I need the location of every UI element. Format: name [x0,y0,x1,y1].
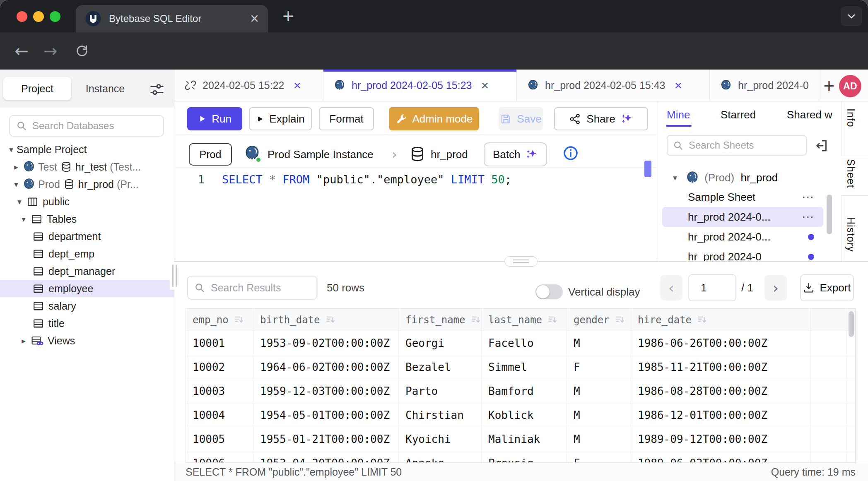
caret-down-icon[interactable]: ▾ [6,145,17,154]
caret-right-icon[interactable]: ▸ [18,336,29,345]
sheet-item[interactable]: hr_prod 2024-0... [662,227,823,247]
table-icon [31,213,43,225]
sidebar-item-views[interactable]: ▸Views [0,332,174,349]
table-scrollbar-thumb[interactable] [849,311,854,337]
minimize-window-button[interactable] [33,11,44,22]
editor-tab[interactable]: hr_prod 2024-02-05 15:23× [323,70,517,101]
column-header-first_name[interactable]: first_name [399,309,482,331]
tab-project[interactable]: Project [3,77,71,100]
table-row[interactable]: 100061953-04-20T00:00:00ZAnnekePreusigF1… [186,451,855,463]
prev-page-button[interactable]: ‹ [660,275,682,301]
sheet-search-input[interactable] [689,139,801,151]
results-table: emp_nobirth_datefirst_namelast_namegende… [186,308,856,463]
page-input[interactable] [688,274,736,301]
close-tab-icon[interactable]: × [481,79,489,92]
info-icon[interactable] [562,145,579,161]
sidebar-item-tables[interactable]: ▾Tables [0,210,174,228]
table-row[interactable]: 100021964-06-02T00:00:00ZBezalelSimmelF1… [186,355,855,379]
sheet-item[interactable]: hr_prod 2024-0...⋯ [662,207,823,227]
tab-mine[interactable]: Mine [667,104,690,125]
editor-scrollbar-thumb[interactable] [644,161,651,177]
sidebar-table-employee[interactable]: employee [0,280,174,297]
export-button[interactable]: Export [800,274,854,301]
format-button[interactable]: Format [319,107,374,130]
column-header-birth_date[interactable]: birth_date [253,309,399,331]
explain-button[interactable]: Explain [249,107,312,130]
admin-mode-button[interactable]: Admin mode [389,107,479,130]
sheet-list-scrollbar[interactable] [827,195,832,234]
rail-tab-history[interactable]: History [845,217,857,252]
sql-code-line[interactable]: SELECT * FROM "public"."employee" LIMIT … [222,173,511,186]
sheet-group[interactable]: ▾(Prod) hr_prod [658,168,841,187]
chevron-down-icon [846,10,857,22]
back-arrow-icon[interactable]: ← [9,32,34,70]
environment-label: Prod [200,149,222,161]
table-row[interactable]: 100031959-12-03T00:00:00ZPartoBamfordM19… [186,379,855,403]
close-tab-icon[interactable]: × [293,79,301,92]
database-icon [60,161,72,173]
close-tab-icon[interactable]: × [675,79,682,92]
vertical-display-toggle[interactable] [535,284,563,299]
reload-icon[interactable] [70,32,94,70]
caret-down-icon[interactable]: ▾ [18,214,29,224]
sidebar-item-hr_prod[interactable]: ▾Prodhr_prod (Pr... [0,176,174,193]
new-tab-button[interactable]: + [277,3,300,28]
caret-down-icon[interactable]: ▾ [670,173,680,182]
sheet-item[interactable]: Sample Sheet⋯ [662,187,823,207]
results-resize-handle[interactable] [504,256,538,267]
tab-search-button[interactable] [841,6,862,26]
sidebar-table-title[interactable]: title [0,315,174,332]
editor-tab[interactable]: hr_prod 2024-0 [710,70,819,101]
browser-tab[interactable]: Bytebase SQL Editor × [76,5,268,32]
avatar[interactable]: AD [839,75,861,97]
next-page-button[interactable]: › [764,275,787,301]
batch-button[interactable]: Batch [484,142,547,166]
caret-right-icon[interactable]: ▸ [11,162,22,171]
rail-tab-sheet[interactable]: Sheet [845,159,857,188]
caret-down-icon[interactable]: ▾ [14,197,25,206]
column-header-gender[interactable]: gender [567,309,631,331]
table-row[interactable]: 100041954-05-01T00:00:00ZChirstianKoblic… [186,403,855,427]
sidebar-item-sample project[interactable]: ▾Sample Project [0,141,174,158]
sidebar-table-salary[interactable]: salary [0,297,174,315]
sidebar-table-dept_manager[interactable]: dept_manager [0,262,174,280]
save-button[interactable]: Save [499,107,543,130]
editor-tab[interactable]: hr_prod 2024-02-05 15:43× [517,70,710,101]
sidebar-item-public[interactable]: ▾public [0,193,174,210]
sheet-search[interactable] [667,135,807,156]
sheet-item[interactable]: hr_prod 2024-0 [662,247,823,261]
tab-instance[interactable]: Instance [77,77,133,100]
tab-starred[interactable]: Starred [721,104,756,125]
sidebar-table-department[interactable]: department [0,228,174,245]
tree-label: public [43,196,70,208]
database-breadcrumb[interactable]: hr_prod [431,143,468,166]
zoom-window-button[interactable] [50,11,60,22]
collapse-panel-icon[interactable] [814,138,829,153]
close-tab-icon[interactable]: × [250,11,259,26]
sort-icon [325,314,336,325]
column-header-emp_no[interactable]: emp_no [186,309,253,331]
tab-shared[interactable]: Shared w [787,104,841,125]
sidebar-table-dept_emp[interactable]: dept_emp [0,245,174,262]
rail-tab-info[interactable]: Info [845,108,857,127]
column-header-last_name[interactable]: last_name [482,309,567,331]
column-header-hire_date[interactable]: hire_date [631,309,811,331]
sidebar-resize-handle[interactable] [170,262,179,290]
sidebar-item-hr_test[interactable]: ▸Testhr_test (Test... [0,158,174,176]
results-search-input[interactable] [211,282,311,294]
table-row[interactable]: 100011953-09-02T00:00:00ZGeorgiFacelloM1… [186,331,855,355]
instance-breadcrumb[interactable]: Prod Sample Instance [268,143,374,166]
run-button[interactable]: Run [187,107,242,130]
results-search[interactable] [187,276,317,300]
share-button[interactable]: Share [554,107,648,130]
caret-down-icon[interactable]: ▾ [11,180,22,189]
editor-tab[interactable]: 2024-02-05 15:22× [174,70,323,101]
forward-arrow-icon[interactable]: → [38,32,63,70]
table-row[interactable]: 100051955-01-21T00:00:00ZKyoichiMaliniak… [186,427,855,451]
new-sheet-button[interactable]: + [820,71,838,100]
download-icon [803,282,815,293]
database-search[interactable] [9,115,164,137]
close-window-button[interactable] [17,11,27,22]
database-search-input[interactable] [32,120,157,132]
filter-sliders-icon[interactable] [147,81,166,98]
